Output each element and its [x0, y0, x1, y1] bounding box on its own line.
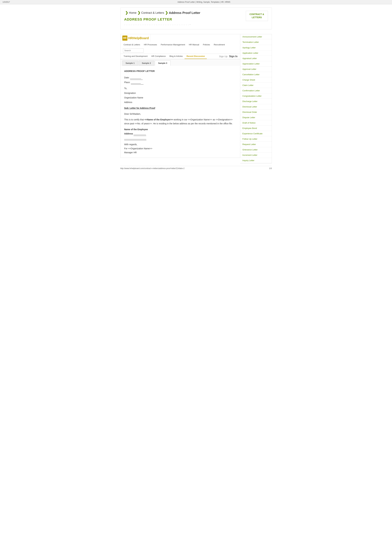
- sidebar-item-15[interactable]: Employee Bond: [240, 126, 272, 131]
- nav-item-recruitment[interactable]: Recruitment: [212, 42, 227, 47]
- sidebar-item-6[interactable]: Charge Sheet: [240, 77, 272, 83]
- breadcrumb-chevron-3: ❯: [165, 11, 168, 15]
- nav-item-training[interactable]: Training and Development: [122, 54, 150, 59]
- sidebar-item-label-4: Approval Letter: [242, 68, 257, 70]
- sidebar-item-14[interactable]: Draft of Notice: [240, 120, 272, 126]
- letter-to: To,: [124, 87, 236, 90]
- sidebar-item-13[interactable]: Dispute Letter: [240, 115, 272, 120]
- sidebar-item-20[interactable]: Increment Letter: [240, 153, 272, 158]
- browser-date: 1/3/2017: [2, 1, 15, 3]
- sidebar-item-label-7: Claim Letter: [242, 84, 254, 87]
- letter-addr-line2: __________________: [124, 136, 236, 140]
- contract-letters-box[interactable]: CONTRACT & LETTERS: [246, 11, 268, 21]
- sidebar-item-3[interactable]: Appreciation Letter: [240, 61, 272, 66]
- tab-sample-2[interactable]: Sample 2: [139, 60, 154, 66]
- letter-regards: With regards,: [124, 143, 236, 146]
- sidebar-termination[interactable]: Termination Letter: [240, 39, 272, 45]
- letter-addr-field: Address __________: [124, 132, 236, 136]
- nav-item-hr-manual[interactable]: HR Manual: [187, 42, 201, 47]
- sidebar-item-4[interactable]: Approval Letter: [240, 66, 272, 72]
- sidebar-item-18[interactable]: Request Letter: [240, 142, 272, 147]
- letter-content: ADDRESS PROOF LETTER Date: _________ Pla…: [120, 66, 240, 158]
- letter-sub: Sub: Letter for Address Proof: [124, 106, 236, 110]
- letter-addr-blank: __________: [134, 132, 146, 136]
- sidebar-item-12[interactable]: Dismissal Order: [240, 110, 272, 115]
- sidebar-termination-label: Termination Letter: [242, 41, 259, 43]
- sidebar-item-5[interactable]: Cancellation Letter: [240, 72, 272, 77]
- footer-page: 1/3: [269, 167, 272, 169]
- letter-org-name: Organization Name: [124, 96, 236, 100]
- letter-name-emp: Name of the Employee: [124, 127, 236, 131]
- tab-sample-3-label: Sample 3: [158, 62, 167, 64]
- logo-text: HRHelpBoard: [128, 36, 149, 40]
- tab-sample-1[interactable]: Sample 1: [122, 60, 138, 66]
- breadcrumb: ❯ Home ❯ Contract & Letters ❯ Address Pr…: [124, 11, 243, 15]
- sidebar-item-1[interactable]: Application Letter: [240, 50, 272, 56]
- sidebar-item-10[interactable]: Discharge Letter: [240, 99, 272, 104]
- sidebar-item-label-18: Request Letter: [242, 143, 256, 146]
- letter-addr-label: Address: [124, 132, 133, 135]
- breadcrumb-contract[interactable]: Contract & Letters: [141, 11, 164, 15]
- letter-sub-label: Sub: Letter for Address Proof: [124, 107, 155, 109]
- nav-item-hr-compliance[interactable]: HR Compliance: [150, 54, 168, 59]
- contract-letters-line2: LETTERS: [248, 16, 265, 19]
- sidebar-item-label-20: Increment Letter: [242, 154, 257, 156]
- letter-para1: This is to certify that <<Name of the Em…: [124, 118, 236, 126]
- sidebar-item-label-21: Inquiry Letter: [242, 159, 255, 162]
- footer-url: http://www.hrhelpboard.com/contract-n-le…: [120, 167, 185, 169]
- search-input[interactable]: [123, 48, 143, 53]
- sidebar-item-label-0: Apology Letter: [242, 46, 256, 49]
- sidebar-item-label-13: Dispute Letter: [242, 116, 255, 119]
- tabs-row: Sample 1 Sample 2 Sample 3: [120, 59, 240, 66]
- sidebar-item-0[interactable]: Apology Letter: [240, 45, 272, 50]
- page-footer: http://www.hrhelpboard.com/contract-n-le…: [120, 166, 272, 171]
- nav-item-hr-processes[interactable]: HR Processes: [142, 42, 159, 47]
- letter-date-blank: _________: [130, 76, 143, 80]
- tab-sample-2-label: Sample 2: [142, 62, 151, 64]
- sign-in-button[interactable]: Sign In: [229, 55, 237, 58]
- sidebar-item-2[interactable]: Appraisal Letter: [240, 56, 272, 61]
- sidebar-item-21[interactable]: Inquiry Letter: [240, 158, 272, 163]
- sidebar-item-8[interactable]: Confirmation Letter: [240, 88, 272, 93]
- sidebar-item-label-6: Charge Sheet: [242, 79, 255, 81]
- nav-item-perf-mgmt[interactable]: Performance Management: [159, 42, 187, 47]
- sidebar-item-label-2: Appraisal Letter: [242, 57, 257, 59]
- sidebar-announcement[interactable]: Announcement Letter: [240, 34, 272, 39]
- nav-item-recent-discussion[interactable]: Recent Discussion: [185, 54, 207, 59]
- breadcrumb-current: Address Proof Letter: [169, 11, 200, 15]
- nav-item-policies[interactable]: Policies: [201, 42, 212, 47]
- browser-title: Address Proof Letter | Writing, Sample, …: [18, 1, 390, 3]
- browser-bar: 1/3/2017 Address Proof Letter | Writing,…: [0, 0, 392, 4]
- sidebar-item-label-3: Appreciation Letter: [242, 63, 260, 65]
- hero-section: ❯ Home ❯ Contract & Letters ❯ Address Pr…: [120, 7, 272, 29]
- letter-para1-bold: <<Name of the Employer>>: [144, 118, 173, 121]
- sign-up-button[interactable]: Sign Up: [219, 55, 228, 58]
- nav-bar-2: Training and Development HR Compliance B…: [120, 54, 240, 59]
- letter-para1-start: This is to certify that: [124, 118, 144, 121]
- sidebar-item-11[interactable]: Dismissal Letter: [240, 104, 272, 110]
- sidebar-item-label-14: Draft of Notice: [242, 122, 256, 124]
- logo-text-helpboard: HelpBoard: [133, 36, 149, 40]
- sidebar-item-label-15: Employee Bond: [242, 127, 257, 129]
- sidebar-item-label-9: Congratulation Letter: [242, 95, 262, 97]
- search-wrapper: [122, 47, 145, 54]
- sidebar-item-9[interactable]: Congratulation Letter: [240, 93, 272, 99]
- sidebar-item-7[interactable]: Claim Letter: [240, 83, 272, 88]
- nav-item-blog[interactable]: Blog & Articles: [168, 54, 185, 59]
- letter-for-org: For <<Organization Name>>: [124, 147, 236, 151]
- right-sidebar: Announcement Letter Termination Letter A…: [240, 34, 272, 163]
- logo-area[interactable]: HR HRHelpBoard: [122, 34, 151, 42]
- logo-text-hr: HR: [128, 36, 133, 40]
- letter-date-field: Date: _________: [124, 76, 236, 80]
- breadcrumb-home[interactable]: Home: [129, 11, 136, 15]
- letter-title: ADDRESS PROOF LETTER: [124, 69, 236, 73]
- sidebar-item-19[interactable]: Grievance Letter: [240, 147, 272, 153]
- tab-sample-3[interactable]: Sample 3: [155, 60, 171, 66]
- letter-designation: Designation: [124, 91, 236, 95]
- sidebar-item-label-11: Dismissal Letter: [242, 106, 257, 108]
- letter-place-field: Place: ________: [124, 80, 236, 85]
- sidebar-item-label-12: Dismissal Order: [242, 111, 257, 113]
- sidebar-item-17[interactable]: Follow Up Letter: [240, 136, 272, 142]
- sidebar-item-16[interactable]: Experience Certificate: [240, 131, 272, 136]
- nav-item-contract[interactable]: Contract & Letters: [122, 42, 142, 47]
